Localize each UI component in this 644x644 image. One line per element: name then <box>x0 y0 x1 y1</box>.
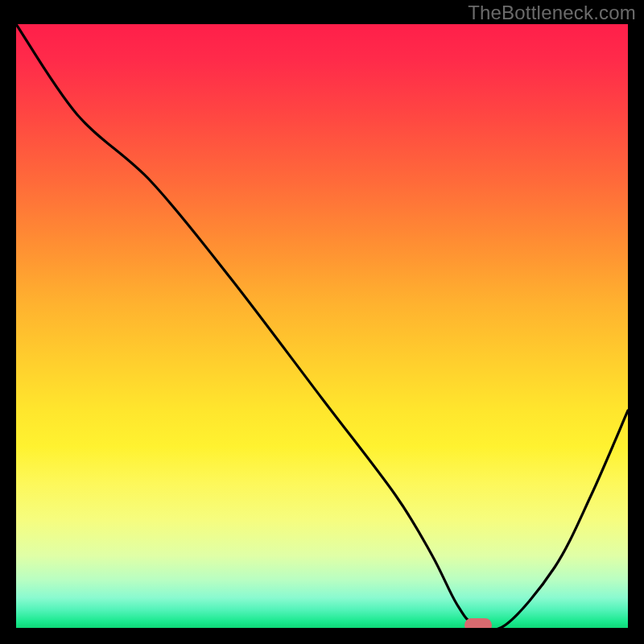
watermark-text: TheBottleneck.com <box>468 2 636 24</box>
optimal-marker <box>464 618 492 628</box>
plot-area <box>16 24 628 628</box>
chart-frame: TheBottleneck.com <box>0 0 644 644</box>
bottleneck-curve <box>16 24 628 628</box>
